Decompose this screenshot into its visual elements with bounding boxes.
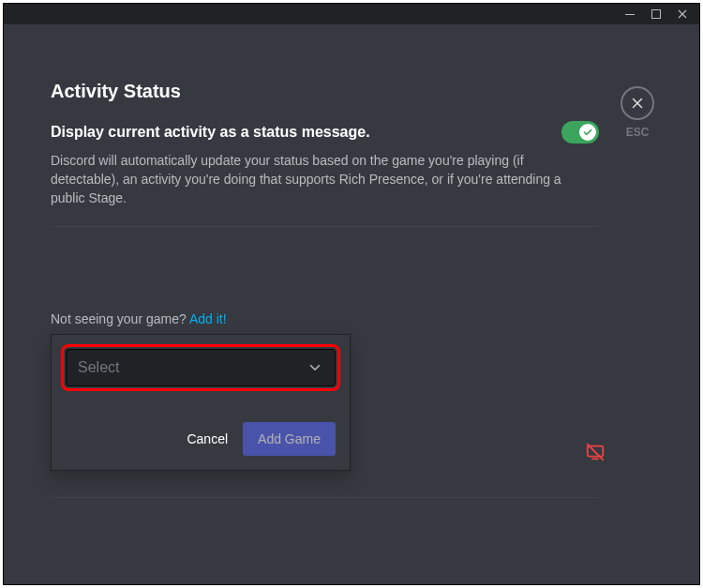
- svg-rect-3: [591, 458, 598, 460]
- main-column: Activity Status Display current activity…: [51, 81, 599, 498]
- game-select-dropdown[interactable]: Select: [66, 349, 336, 386]
- page-title: Activity Status: [51, 81, 599, 102]
- activity-status-toggle[interactable]: [561, 121, 599, 143]
- setting-title: Display current activity as a status mes…: [51, 124, 370, 141]
- not-seeing-text: Not seeing your game?: [51, 311, 189, 326]
- select-placeholder: Select: [78, 359, 119, 376]
- close-settings-column: ESC: [621, 86, 654, 139]
- chevron-down-icon: [307, 359, 323, 376]
- close-settings-button[interactable]: [621, 86, 654, 120]
- toggle-thumb: [579, 124, 596, 141]
- setting-row: Display current activity as a status mes…: [51, 121, 599, 143]
- popup-actions: Cancel Add Game: [66, 422, 336, 456]
- close-window-button[interactable]: [669, 4, 696, 24]
- minimize-button[interactable]: [617, 4, 643, 24]
- close-settings-label: ESC: [626, 126, 650, 139]
- minimize-icon: [624, 8, 636, 20]
- titlebar: [4, 4, 699, 24]
- add-it-link[interactable]: Add it!: [189, 311, 227, 326]
- check-icon: [582, 127, 593, 138]
- setting-description: Discord will automatically update your s…: [51, 151, 576, 207]
- screen-share-off-icon: [585, 442, 606, 466]
- close-icon: [677, 8, 688, 20]
- cancel-button[interactable]: Cancel: [187, 431, 228, 446]
- maximize-button[interactable]: [643, 4, 669, 24]
- svg-rect-1: [652, 10, 661, 19]
- not-seeing-prompt: Not seeing your game? Add it!: [51, 311, 599, 326]
- x-icon: [629, 95, 646, 112]
- add-game-popup: Select Cancel Add Game: [51, 334, 351, 471]
- app-window: ESC Activity Status Display current acti…: [3, 3, 700, 585]
- maximize-icon: [651, 8, 662, 20]
- settings-content: ESC Activity Status Display current acti…: [4, 24, 699, 584]
- add-game-button[interactable]: Add Game: [243, 422, 336, 456]
- svg-rect-0: [625, 14, 635, 15]
- divider: [51, 226, 599, 227]
- divider: [51, 497, 599, 498]
